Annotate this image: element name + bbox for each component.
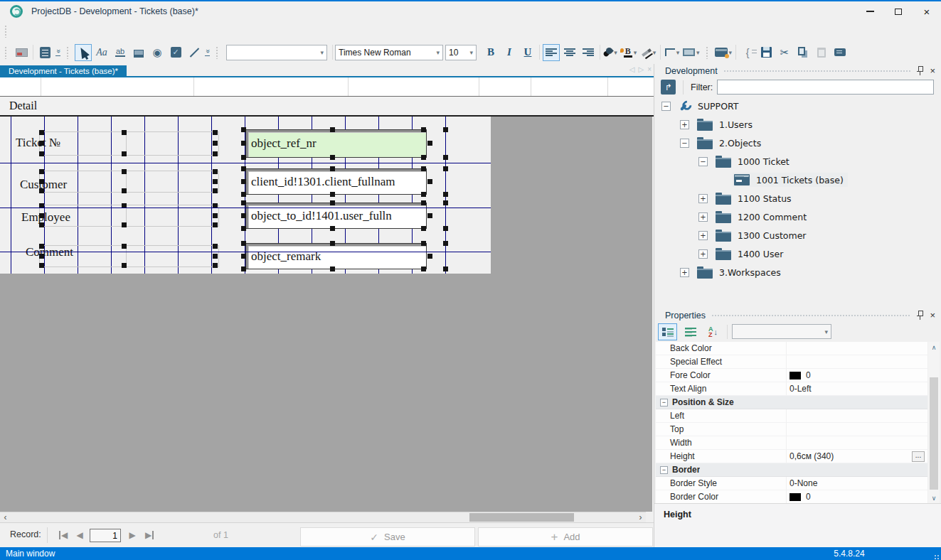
selection-handle[interactable] <box>443 166 448 171</box>
selection-handle[interactable] <box>443 155 448 160</box>
selection-handle[interactable] <box>39 254 44 259</box>
selection-handle[interactable] <box>427 213 432 218</box>
align-right-button[interactable] <box>580 44 597 61</box>
forms-tool-button[interactable] <box>36 44 53 61</box>
comment-button[interactable] <box>831 44 849 61</box>
tab-prev-icon[interactable]: ◁ <box>629 65 635 73</box>
field-label[interactable]: Comment <box>26 245 73 259</box>
toolbar-grip[interactable] <box>216 46 219 59</box>
tree-item[interactable]: + 1100 Status <box>654 189 939 208</box>
selection-handle[interactable] <box>213 169 218 174</box>
scroll-right-button[interactable]: › <box>635 512 646 522</box>
tree-item[interactable]: + 1300 Customer <box>654 226 939 244</box>
field-control[interactable]: client_id!1301.client_fullnam <box>245 168 427 195</box>
selection-handle[interactable] <box>213 222 218 227</box>
selection-handle[interactable] <box>122 151 127 156</box>
property-row[interactable]: Back Color <box>656 342 927 355</box>
panel-drag-area[interactable] <box>711 314 911 318</box>
properties-scrollbar[interactable]: ∧ ∨ <box>928 342 940 503</box>
tree-item[interactable]: − SUPPORT <box>654 97 939 115</box>
selection-handle[interactable] <box>213 263 218 268</box>
tree-toggle[interactable]: − <box>661 102 671 111</box>
property-object-combo[interactable]: ▾ <box>732 324 831 339</box>
copy-button[interactable] <box>794 44 812 61</box>
scroll-down-button[interactable]: ∨ <box>928 492 940 503</box>
font-size-combo[interactable]: 10▾ <box>445 45 477 60</box>
selection-handle[interactable] <box>122 222 127 227</box>
grid-cell[interactable] <box>126 171 219 193</box>
pin-icon[interactable] <box>917 311 923 320</box>
fill-color-button[interactable]: ▾ <box>603 44 620 61</box>
selection-handle[interactable] <box>213 130 218 135</box>
tab-next-icon[interactable]: ▷ <box>638 65 644 73</box>
selection-handle[interactable] <box>122 244 127 249</box>
selection-handle[interactable] <box>241 266 246 271</box>
selection-handle[interactable] <box>213 179 218 184</box>
selection-handle[interactable] <box>421 226 426 231</box>
detail-band-header[interactable]: Detail <box>0 96 654 117</box>
selection-handle[interactable] <box>39 244 44 249</box>
property-row[interactable]: −Position & Size <box>656 396 927 409</box>
tree-toggle[interactable]: + <box>698 194 708 203</box>
selection-handle[interactable] <box>421 192 426 197</box>
tree-item[interactable]: + 1400 User <box>654 244 939 263</box>
column-header-cell[interactable] <box>194 77 349 96</box>
category-toggle[interactable]: − <box>660 466 668 474</box>
selection-handle[interactable] <box>241 179 246 184</box>
grid-cell[interactable] <box>39 131 127 156</box>
paste-button[interactable] <box>813 44 830 61</box>
selection-handle[interactable] <box>241 254 246 259</box>
maximize-button[interactable] <box>884 1 913 21</box>
selection-handle[interactable] <box>213 213 218 218</box>
form-design-surface[interactable]: Ticket № object_ref_nr Customer client_i… <box>0 117 491 274</box>
selection-handle[interactable] <box>427 254 432 259</box>
selection-handle[interactable] <box>330 192 335 197</box>
minimize-button[interactable] <box>856 1 884 21</box>
tree-item[interactable]: − 1000 Ticket <box>654 152 939 171</box>
column-header-cell[interactable] <box>531 77 608 96</box>
selection-handle[interactable] <box>122 263 127 268</box>
selection-handle[interactable] <box>241 166 246 171</box>
previous-record-button[interactable]: ◀ <box>73 528 86 542</box>
bold-button[interactable]: B <box>482 44 499 61</box>
selection-handle[interactable] <box>330 166 335 171</box>
outline-button[interactable]: { <box>739 44 756 61</box>
tree-toggle[interactable]: + <box>680 120 689 129</box>
align-center-button[interactable] <box>561 44 578 61</box>
selection-handle[interactable] <box>39 213 44 218</box>
close-icon[interactable]: × <box>930 66 935 75</box>
save-button[interactable] <box>757 44 775 61</box>
tree-toggle[interactable]: + <box>698 249 708 259</box>
form-designer-canvas[interactable]: Ticket № object_ref_nr Customer client_i… <box>0 117 652 512</box>
selection-handle[interactable] <box>330 241 335 246</box>
selection-handle[interactable] <box>122 188 127 193</box>
selection-handle[interactable] <box>241 213 246 218</box>
italic-button[interactable]: I <box>501 44 518 61</box>
list-view-button[interactable] <box>681 323 700 340</box>
toolbar-grip[interactable] <box>706 46 709 59</box>
categorized-view-button[interactable] <box>658 323 677 340</box>
property-row[interactable]: Top <box>656 423 927 436</box>
column-header-cell[interactable] <box>41 77 194 96</box>
selection-handle[interactable] <box>241 127 246 132</box>
alphabetical-sort-button[interactable]: AZ ↓ <box>703 323 723 340</box>
border-style-button[interactable]: ▾ <box>682 44 701 61</box>
object-selector-combo[interactable]: ▾ <box>226 45 327 60</box>
grid-cell[interactable] <box>126 245 219 267</box>
selection-handle[interactable] <box>213 141 218 146</box>
property-row[interactable]: −Border <box>656 463 927 477</box>
horizontal-scrollbar[interactable]: ‹ › <box>0 512 646 522</box>
tab-development-tickets[interactable]: Development - Tickets (base)* <box>0 65 127 77</box>
resize-grip[interactable] <box>934 554 940 560</box>
tree-toggle[interactable]: − <box>698 157 708 166</box>
font-family-combo[interactable]: Times New Roman▾ <box>335 45 443 60</box>
textbox-tool-button[interactable]: ab <box>112 44 129 61</box>
image-tool-button[interactable] <box>13 44 30 61</box>
selection-handle[interactable] <box>213 244 218 249</box>
next-record-button[interactable]: ▶ <box>126 528 139 542</box>
selection-handle[interactable] <box>39 222 44 227</box>
selection-handle[interactable] <box>213 188 218 193</box>
underline-button[interactable]: U <box>519 44 536 61</box>
label-tool-button[interactable]: Aa <box>93 44 110 61</box>
grid-cell[interactable] <box>126 131 219 156</box>
